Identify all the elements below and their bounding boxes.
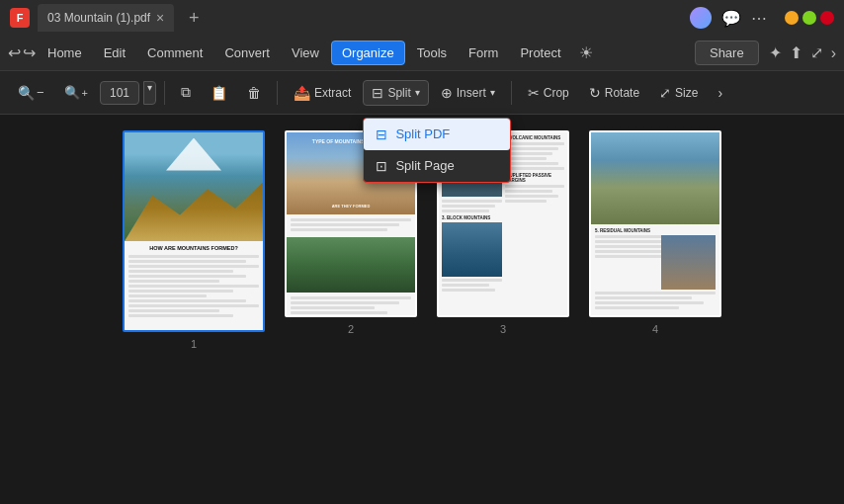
menu-convert[interactable]: Convert — [214, 42, 280, 64]
split-pdf-icon: ⊟ — [376, 126, 387, 142]
zoom-out-button[interactable]: 🔍 − — [10, 81, 52, 105]
paste-icon: 📋 — [211, 85, 227, 101]
page-thumb-1[interactable]: HOW ARE MOUNTAINS FORMED? — [123, 130, 265, 332]
title-bar-left: F 03 Mountain (1).pdf × + — [10, 4, 206, 32]
page-num-2: 2 — [348, 323, 354, 335]
sparkle-icon[interactable]: ✦ — [769, 43, 782, 62]
zoom-out-icon: 🔍 — [18, 85, 35, 101]
delete-button[interactable]: 🗑 — [239, 81, 269, 105]
chat-icon[interactable]: 💬 — [721, 9, 741, 28]
split-page-icon: ⊡ — [376, 158, 387, 174]
rotate-button[interactable]: ↻ Rotate — [581, 81, 647, 105]
page-num-1: 1 — [191, 338, 197, 350]
pages-container: HOW ARE MOUNTAINS FORMED? — [20, 130, 824, 488]
split-button-wrapper: ⊟ Split ▾ ⊟ Split PDF ⊡ Split Page — [363, 80, 428, 106]
crop-button[interactable]: ✂ Crop — [520, 81, 577, 105]
split-dropdown: ⊟ Split PDF ⊡ Split Page — [363, 118, 511, 183]
zoom-in-button[interactable]: 🔍 + — [56, 81, 96, 104]
rotate-icon: ↻ — [589, 85, 601, 101]
page-4-content: 5. RESIDUAL MOUNTAINS — [591, 132, 719, 315]
insert-button[interactable]: ⊕ Insert ▾ — [433, 81, 503, 105]
minimize-button[interactable] — [785, 11, 799, 25]
copy-pages-button[interactable]: ⧉ — [173, 80, 199, 105]
avatar[interactable] — [690, 7, 712, 29]
zoom-dropdown-arrow[interactable]: ▾ — [143, 81, 156, 105]
split-page-option[interactable]: ⊡ Split Page — [364, 150, 510, 182]
redo-icon[interactable]: ↪ — [23, 43, 36, 62]
separator-1 — [164, 81, 165, 105]
delete-icon: 🗑 — [247, 85, 261, 101]
insert-icon: ⊕ — [441, 85, 453, 101]
tab-title: 03 Mountain (1).pdf — [47, 11, 150, 25]
document-tab[interactable]: 03 Mountain (1).pdf × — [38, 4, 174, 32]
toolbar: 🔍 − 🔍 + ▾ ⧉ 📋 🗑 📤 Extract ⊟ Split ▾ ⊟ Sp… — [0, 71, 844, 115]
menu-edit[interactable]: Edit — [94, 42, 135, 64]
page-1-content: HOW ARE MOUNTAINS FORMED? — [125, 132, 263, 330]
menu-right-icons: ✦ ⬆ ⤢ › — [769, 43, 836, 62]
menu-protect[interactable]: Protect — [510, 42, 570, 64]
app-icon: F — [10, 8, 30, 28]
menu-organize[interactable]: Organize — [331, 41, 405, 65]
page-num-4: 4 — [652, 323, 658, 335]
share-button[interactable]: Share — [695, 41, 759, 65]
split-pdf-option[interactable]: ⊟ Split PDF — [364, 119, 510, 150]
zoom-input[interactable] — [100, 81, 139, 105]
undo-icon[interactable]: ↩ — [8, 43, 21, 62]
size-icon: ⤢ — [659, 85, 671, 101]
page-card-4[interactable]: 5. RESIDUAL MOUNTAINS — [589, 130, 721, 335]
zoom-in-icon: 🔍 — [64, 85, 80, 100]
separator-3 — [511, 81, 512, 105]
chevron-right-icon[interactable]: › — [831, 44, 836, 62]
insert-arrow: ▾ — [490, 87, 495, 98]
menu-home[interactable]: Home — [38, 42, 92, 64]
extract-button[interactable]: 📤 Extract — [286, 81, 359, 105]
crop-icon: ✂ — [528, 85, 540, 101]
extract-icon: 📤 — [294, 85, 310, 101]
menu-form[interactable]: Form — [459, 42, 508, 64]
title-bar-right: 💬 ⋯ — [690, 7, 834, 29]
split-icon: ⊟ — [372, 85, 383, 101]
window-controls — [785, 11, 834, 25]
separator-2 — [277, 81, 278, 105]
more-icon[interactable]: ⋯ — [751, 9, 767, 28]
menu-tools[interactable]: Tools — [407, 42, 457, 64]
menu-view[interactable]: View — [282, 42, 329, 64]
expand-icon[interactable]: ⤢ — [810, 43, 823, 62]
split-arrow: ▾ — [415, 87, 420, 98]
more-options-button[interactable]: › — [710, 81, 730, 105]
page-thumb-4[interactable]: 5. RESIDUAL MOUNTAINS — [589, 130, 721, 317]
new-tab-button[interactable]: + — [182, 6, 206, 30]
sun-icon[interactable]: ☀ — [579, 43, 593, 62]
page-card-1[interactable]: HOW ARE MOUNTAINS FORMED? — [123, 130, 265, 350]
maximize-button[interactable] — [802, 11, 816, 25]
split-button[interactable]: ⊟ Split ▾ — [363, 80, 428, 106]
more-options-icon: › — [717, 85, 722, 101]
upload-icon[interactable]: ⬆ — [790, 43, 802, 62]
title-bar: F 03 Mountain (1).pdf × + 💬 ⋯ — [0, 0, 844, 36]
size-button[interactable]: ⤢ Size — [651, 81, 706, 105]
tab-close-button[interactable]: × — [156, 10, 164, 26]
copy-icon: ⧉ — [181, 84, 191, 101]
page-num-3: 3 — [500, 323, 506, 335]
paste-pages-button[interactable]: 📋 — [203, 81, 235, 105]
close-button[interactable] — [820, 11, 834, 25]
menu-bar: ↩ ↪ Home Edit Comment Convert View Organ… — [0, 36, 844, 71]
menu-comment[interactable]: Comment — [137, 42, 212, 64]
